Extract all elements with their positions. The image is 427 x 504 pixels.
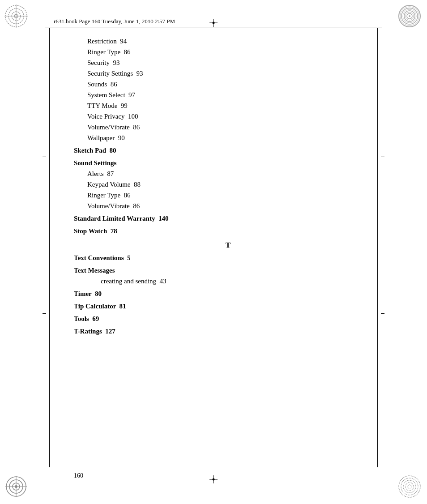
text-conventions-section: Text Conventions 5 bbox=[74, 252, 382, 263]
svg-point-27 bbox=[213, 22, 215, 24]
side-tick-left-1 bbox=[43, 157, 46, 157]
svg-point-23 bbox=[406, 483, 414, 491]
entry-system-select: System Select 97 bbox=[74, 90, 382, 100]
entry-voice-privacy: Voice Privacy 100 bbox=[74, 111, 382, 122]
crosshair-top bbox=[209, 19, 218, 29]
side-tick-left-2 bbox=[43, 313, 46, 314]
tools-section: Tools 69 bbox=[74, 313, 382, 324]
entry-volume-vibrate-2: Volume/Vibrate 86 bbox=[74, 201, 382, 211]
entry-wallpaper: Wallpaper 90 bbox=[74, 132, 382, 143]
entry-creating-sending: creating and sending 43 bbox=[74, 276, 382, 286]
corner-decoration-br bbox=[398, 475, 423, 500]
entry-t-ratings: T-Ratings 127 bbox=[74, 326, 382, 337]
entry-text-conventions: Text Conventions 5 bbox=[74, 252, 382, 263]
svg-point-19 bbox=[15, 485, 17, 488]
entry-tip-calculator: Tip Calculator 81 bbox=[74, 301, 382, 312]
entry-tools: Tools 69 bbox=[74, 313, 382, 324]
entry-alerts: Alerts 87 bbox=[74, 168, 382, 179]
svg-point-30 bbox=[213, 478, 215, 481]
corner-decoration-tl bbox=[4, 4, 29, 29]
entry-sound-settings: Sound Settings bbox=[74, 158, 382, 168]
svg-point-24 bbox=[408, 485, 411, 488]
sound-settings-section: Sound Settings Alerts 87 Keypad Volume 8… bbox=[74, 158, 382, 211]
entry-security-settings: Security Settings 93 bbox=[74, 68, 382, 79]
entry-security: Security 93 bbox=[74, 57, 382, 68]
stop-watch-section: Stop Watch 78 bbox=[74, 226, 382, 236]
sketch-pad-section: Sketch Pad 80 bbox=[74, 145, 382, 156]
main-content: Restriction 94 Ringer Type 86 Security 9… bbox=[74, 36, 382, 464]
entry-sketch-pad: Sketch Pad 80 bbox=[74, 145, 382, 156]
entry-text-messages: Text Messages bbox=[74, 265, 382, 276]
text-messages-section: Text Messages creating and sending 43 bbox=[74, 265, 382, 286]
svg-point-20 bbox=[399, 476, 420, 497]
tip-calculator-section: Tip Calculator 81 bbox=[74, 301, 382, 312]
t-ratings-section: T-Ratings 127 bbox=[74, 326, 382, 337]
entry-stop-watch: Stop Watch 78 bbox=[74, 226, 382, 236]
section-letter-t: T bbox=[74, 241, 382, 250]
corner-decoration-bl bbox=[4, 475, 29, 500]
warranty-section: Standard Limited Warranty 140 bbox=[74, 213, 382, 224]
timer-section: Timer 80 bbox=[74, 288, 382, 299]
bottom-line bbox=[45, 468, 382, 468]
vline-left bbox=[49, 28, 50, 467]
svg-point-21 bbox=[401, 478, 418, 495]
entry-tty-mode: TTY Mode 99 bbox=[74, 100, 382, 111]
entry-volume-vibrate-1: Volume/Vibrate 86 bbox=[74, 122, 382, 132]
page-number: 160 bbox=[74, 472, 83, 479]
entry-restriction: Restriction 94 bbox=[74, 36, 382, 47]
entry-keypad-volume: Keypad Volume 88 bbox=[74, 179, 382, 190]
corner-decoration-tr bbox=[398, 4, 423, 29]
entry-sounds: Sounds 86 bbox=[74, 79, 382, 90]
entry-ringer-type-1: Ringer Type 86 bbox=[74, 47, 382, 57]
crosshair-bottom bbox=[209, 475, 218, 485]
s-sub-entries: Restriction 94 Ringer Type 86 Security 9… bbox=[74, 36, 382, 143]
entry-timer: Timer 80 bbox=[74, 288, 382, 299]
entry-ringer-type-2: Ringer Type 86 bbox=[74, 190, 382, 201]
entry-standard-limited-warranty: Standard Limited Warranty 140 bbox=[74, 213, 382, 224]
svg-point-10 bbox=[409, 15, 410, 17]
svg-point-22 bbox=[403, 480, 416, 493]
